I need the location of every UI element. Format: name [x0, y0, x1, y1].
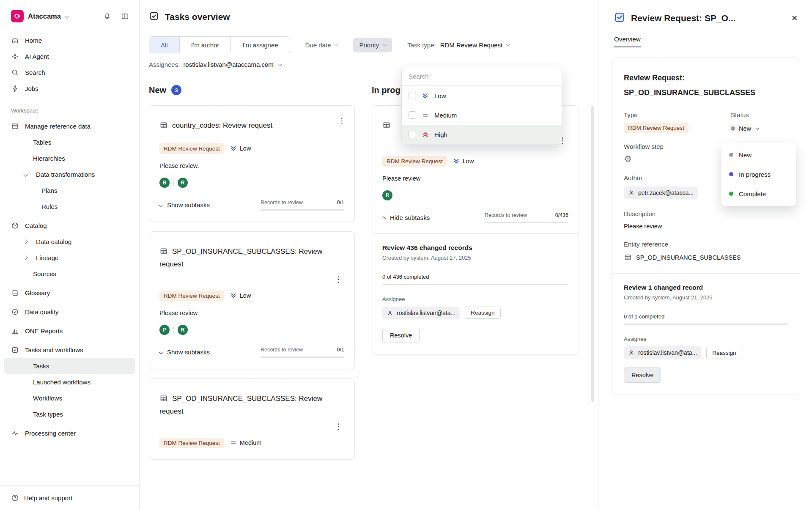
status-option-complete[interactable]: Complete	[721, 184, 796, 203]
main-scrollbar-thumb[interactable]	[591, 106, 594, 402]
chevron-down-icon	[755, 126, 760, 130]
sidebar-item-jobs[interactable]: Jobs	[0, 80, 139, 96]
chevron-down-icon[interactable]	[23, 173, 28, 176]
zap-icon	[11, 85, 19, 93]
task-type-tag: RDM Review Request	[159, 438, 224, 448]
sidebar-item-tables[interactable]: Tables	[0, 134, 139, 150]
status-dropdown-trigger[interactable]: New	[731, 125, 759, 132]
sidebar-item-label: Catalog	[25, 222, 47, 229]
priority-dropdown: Low Medium High	[401, 67, 562, 145]
reassign-button[interactable]: Reassign	[706, 347, 742, 359]
close-icon[interactable]: ✕	[790, 13, 799, 24]
type-label: Type	[624, 111, 731, 118]
sidebar-item-rules[interactable]: Rules	[0, 198, 139, 214]
detail-card: Review Request: SP_OD_INSURANCE_SUBCLASS…	[612, 58, 800, 395]
hide-subtasks-toggle[interactable]: Hide subtasks	[382, 214, 430, 221]
sidebar-item-ai-agent[interactable]: AI Agent	[0, 48, 139, 64]
tab-im-author[interactable]: I’m author	[180, 37, 231, 53]
task-card-country-codes[interactable]: ⋮ country_codes: Review request RDM Revi…	[149, 105, 355, 222]
detail-panel-title: Review Request: SP_O...	[631, 13, 784, 23]
kebab-menu-icon[interactable]: ⋮	[333, 422, 344, 431]
tab-all[interactable]: All	[149, 37, 180, 53]
resolve-button[interactable]: Resolve	[382, 328, 420, 343]
subtask-progress-bar	[382, 284, 568, 285]
subtask-progress-bar	[624, 324, 788, 325]
subtask-title: Review 436 changed records	[382, 244, 568, 252]
reassign-button[interactable]: Reassign	[465, 307, 500, 319]
sidebar-item-label: Lineage	[36, 254, 58, 261]
sidebar-item-launched-workflows[interactable]: Launched workflows	[0, 374, 139, 390]
checkbox[interactable]	[409, 92, 416, 99]
show-subtasks-toggle[interactable]: Show subtasks	[159, 201, 210, 208]
sidebar-item-workflows[interactable]: Workflows	[0, 390, 139, 406]
sidebar-item-data-quality[interactable]: Data quality	[0, 304, 139, 320]
sidebar-item-processing-center[interactable]: Processing center	[0, 425, 139, 441]
chevron-down-icon	[506, 42, 510, 47]
records-to-review: Records to review0/1	[261, 347, 344, 358]
priority-low-icon	[230, 292, 237, 299]
sidebar-item-data-catalog[interactable]: Data catalog	[0, 233, 139, 250]
sidebar-item-task-types[interactable]: Task types	[0, 406, 139, 422]
due-date-label: Due date	[305, 41, 331, 49]
sidebar-item-label: Plans	[41, 187, 58, 194]
priority-search-input[interactable]	[409, 73, 555, 80]
priority-option-low[interactable]: Low	[402, 86, 562, 105]
sidebar-item-home[interactable]: Home	[0, 32, 139, 48]
notifications-bell-icon[interactable]	[102, 11, 112, 21]
task-type-filter[interactable]: Task type: RDM Review Request	[407, 41, 510, 49]
sidebar-item-tasks-and-workflows[interactable]: Tasks and workflows	[0, 342, 139, 358]
kebab-menu-icon[interactable]: ⋮	[336, 117, 348, 125]
task-card-sp-od-insurance-1[interactable]: SP_OD_INSURANCE_SUBCLASSES: Review reque…	[149, 231, 355, 369]
new-count-badge: 3	[171, 85, 181, 95]
chevron-right-icon[interactable]	[23, 240, 28, 243]
sidebar-item-data-transformations[interactable]: Data transformations	[0, 166, 139, 182]
status-option-in-progress[interactable]: In progress	[721, 165, 796, 184]
sidebar-item-one-reports[interactable]: ONE Reports	[0, 323, 139, 339]
table-icon	[624, 253, 632, 261]
status-dropdown: New In progress Complete	[721, 143, 796, 206]
card-avatars: R	[382, 190, 568, 200]
app-root: Ataccama Home AI Agent Search Jobs	[0, 0, 812, 510]
sidebar-item-label: Home	[25, 37, 42, 44]
subtask-completed: 0 of 1 completed	[624, 313, 788, 320]
detail-panel: Review Request: SP_O... ✕ Overview Revie…	[598, 0, 812, 510]
task-card-sp-od-insurance-2[interactable]: SP_OD_INSURANCE_SUBCLASSES: Review reque…	[149, 378, 355, 460]
status-dot-in-progress	[729, 172, 733, 176]
tab-im-assignee[interactable]: I’m assignee	[231, 37, 289, 53]
sidebar-item-catalog[interactable]: Catalog	[0, 217, 139, 233]
chevron-right-icon[interactable]	[23, 256, 28, 259]
page-title: Tasks overview	[165, 12, 230, 22]
priority-option-high[interactable]: High	[402, 125, 562, 144]
priority-option-medium[interactable]: Medium	[402, 105, 562, 125]
sidebar-item-search[interactable]: Search	[0, 64, 139, 80]
review-request-checkbox-icon	[614, 12, 625, 25]
tab-overview[interactable]: Overview	[614, 36, 641, 47]
records-to-review: Records to review0/436	[485, 212, 568, 223]
sidebar-item-sources[interactable]: Sources	[0, 266, 139, 282]
show-subtasks-toggle[interactable]: Show subtasks	[159, 348, 210, 356]
priority-filter[interactable]: Priority	[353, 38, 392, 52]
kebab-menu-icon[interactable]: ⋮	[333, 275, 344, 284]
help-and-support[interactable]: Help and support	[0, 485, 139, 510]
ataccama-logo	[11, 10, 24, 22]
entity-reference[interactable]: SP_OD_INSURANCE_SUBCLASSES	[624, 253, 788, 261]
status-option-new[interactable]: New	[721, 145, 796, 165]
checkbox[interactable]	[409, 111, 416, 119]
sidebar-item-manage-reference-data[interactable]: Manage reference data	[0, 118, 139, 134]
sidebar-item-plans[interactable]: Plans	[0, 182, 139, 198]
table-icon	[159, 247, 168, 255]
status-label: Status	[731, 111, 759, 118]
checkbox[interactable]	[409, 131, 416, 138]
assignees-label: Assignees:	[149, 61, 180, 68]
sidebar-item-label: Tasks	[33, 362, 49, 370]
sidebar-item-lineage[interactable]: Lineage	[0, 250, 139, 266]
sidebar-item-hierarchies[interactable]: Hierarchies	[0, 150, 139, 166]
help-label: Help and support	[24, 494, 72, 502]
sidebar-item-glossary[interactable]: Glossary	[0, 285, 139, 301]
due-date-filter[interactable]: Due date	[305, 41, 338, 49]
collapse-sidebar-icon[interactable]	[120, 11, 130, 21]
brand-chevron-down-icon[interactable]	[65, 14, 69, 18]
resolve-button[interactable]: Resolve	[624, 367, 661, 383]
sidebar-item-tasks[interactable]: Tasks	[4, 358, 135, 374]
subtask-created: Created by system, August 21, 2025	[624, 294, 788, 301]
